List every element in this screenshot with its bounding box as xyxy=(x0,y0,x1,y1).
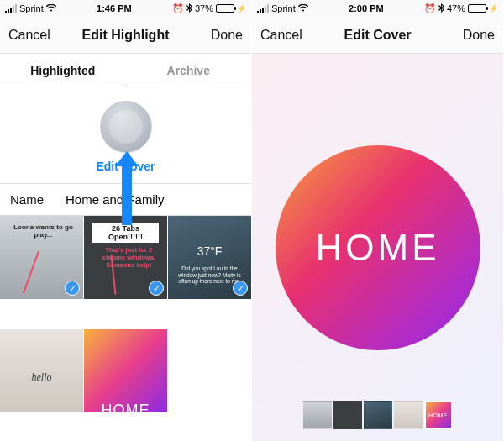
check-icon: ✓ xyxy=(233,281,248,296)
status-bar: Sprint 1:46 PM ⏰ 37% ⚡ xyxy=(0,0,251,17)
cover-section: Edit Cover xyxy=(0,87,251,183)
phone-left: Sprint 1:46 PM ⏰ 37% ⚡ Cancel Edit Highl… xyxy=(0,0,252,441)
battery-pct: 47% xyxy=(447,3,465,13)
filmstrip-thumb-1[interactable] xyxy=(333,401,362,429)
cover-circle: HOME xyxy=(276,145,480,350)
thumbnail-caption: hello xyxy=(0,370,83,385)
filmstrip-label: HOME xyxy=(428,412,448,418)
filmstrip-thumb-3[interactable] xyxy=(394,401,423,429)
done-button[interactable]: Done xyxy=(448,28,495,43)
thumbnail-grid: Loona wants to go play... ✓ 26 Tabs Open… xyxy=(0,216,251,441)
alarm-icon: ⏰ xyxy=(172,3,184,14)
nav-bar: Cancel Edit Highlight Done xyxy=(0,17,251,54)
clock-label: 1:46 PM xyxy=(97,3,132,13)
thumbnail-2[interactable]: 37°F Did you spot Lou in the window just… xyxy=(168,216,251,299)
alarm-icon: ⏰ xyxy=(424,3,436,14)
filmstrip: HOME xyxy=(252,401,503,429)
cover-text: HOME xyxy=(316,227,440,269)
phone-right: Sprint 2:00 PM ⏰ 47% ⚡ Cancel Edit Cover… xyxy=(252,0,504,441)
thumbnail-empty xyxy=(168,329,251,412)
clock-label: 2:00 PM xyxy=(349,3,384,13)
name-label: Name xyxy=(10,192,66,207)
battery-icon xyxy=(468,4,486,13)
cover-thumbnail[interactable] xyxy=(100,101,152,153)
nav-bar: Cancel Edit Cover Done xyxy=(252,17,503,54)
cancel-button[interactable]: Cancel xyxy=(260,28,307,43)
thumbnail-4[interactable]: HOME xyxy=(84,329,167,412)
carrier-label: Sprint xyxy=(271,3,296,13)
wifi-icon xyxy=(298,4,308,13)
tab-highlighted[interactable]: Highlighted xyxy=(0,54,126,87)
thumbnail-caption: 26 Tabs Open!!!!!! xyxy=(92,223,159,243)
check-icon: ✓ xyxy=(65,281,80,296)
check-icon: ✓ xyxy=(149,281,164,296)
battery-icon xyxy=(216,4,234,13)
thumbnail-0[interactable]: Loona wants to go play... ✓ xyxy=(0,216,83,299)
cover-crop-area[interactable]: HOME xyxy=(252,54,503,441)
thumbnail-temp: 37°F xyxy=(168,244,251,258)
charging-icon: ⚡ xyxy=(237,4,246,13)
thumbnail-1[interactable]: 26 Tabs Open!!!!!! That's just for 2 chr… xyxy=(84,216,167,299)
tabs: Highlighted Archive xyxy=(0,54,251,87)
thumbnail-text: HOME xyxy=(102,402,150,412)
signal-icon xyxy=(5,4,17,13)
thumbnail-caption: Loona wants to go play... xyxy=(3,223,83,239)
cancel-button[interactable]: Cancel xyxy=(8,28,55,43)
bluetooth-icon xyxy=(438,3,444,14)
nav-title: Edit Highlight xyxy=(82,28,170,43)
tab-archive[interactable]: Archive xyxy=(126,54,252,87)
battery-pct: 37% xyxy=(195,3,213,13)
signal-icon xyxy=(257,4,269,13)
carrier-label: Sprint xyxy=(19,3,44,13)
thumbnail-3[interactable]: hello xyxy=(0,329,83,412)
edit-cover-button[interactable]: Edit Cover xyxy=(96,160,155,173)
thumbnail-subcaption: That's just for 2 chrome windows. Someon… xyxy=(101,246,157,269)
status-bar: Sprint 2:00 PM ⏰ 47% ⚡ xyxy=(252,0,503,17)
done-button[interactable]: Done xyxy=(196,28,243,43)
name-input[interactable] xyxy=(66,192,241,207)
wifi-icon xyxy=(46,4,56,13)
charging-icon: ⚡ xyxy=(489,4,498,13)
nav-title: Edit Cover xyxy=(344,28,411,43)
filmstrip-thumb-4-selected[interactable]: HOME xyxy=(424,401,453,429)
bluetooth-icon xyxy=(186,3,192,14)
name-row: Name xyxy=(0,183,251,216)
filmstrip-thumb-2[interactable] xyxy=(364,401,392,429)
filmstrip-thumb-0[interactable] xyxy=(303,401,332,429)
cover-editor: HOME HOME xyxy=(252,54,503,441)
